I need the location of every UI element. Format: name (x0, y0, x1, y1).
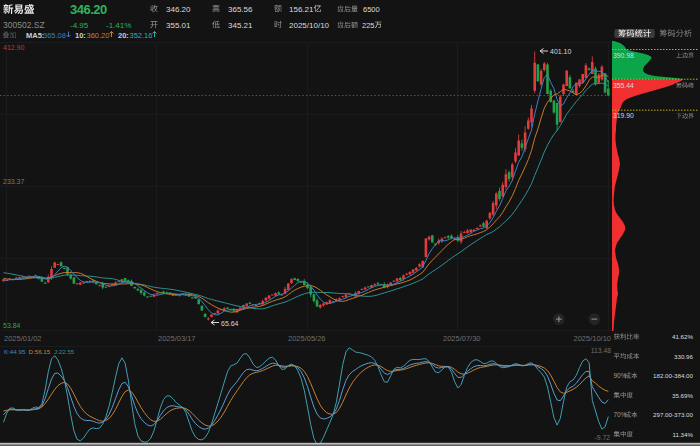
svg-text:2025/05/26: 2025/05/26 (288, 334, 326, 343)
svg-text:53.84: 53.84 (3, 322, 21, 329)
svg-text:233.37: 233.37 (3, 178, 25, 185)
svg-text:2025/03/17: 2025/03/17 (158, 334, 196, 343)
svg-text:35.69%: 35.69% (672, 392, 693, 399)
svg-text:365.08: 365.08 (43, 31, 66, 40)
svg-text:412.90: 412.90 (3, 44, 25, 51)
svg-text:319.90: 319.90 (613, 112, 634, 119)
svg-text:390.98: 390.98 (613, 52, 634, 59)
svg-text:90%: 90% (614, 372, 627, 379)
svg-text:360.20: 360.20 (87, 31, 110, 40)
svg-text:D:56.15: D:56.15 (29, 348, 51, 355)
svg-text:297.00-373.00: 297.00-373.00 (653, 411, 693, 418)
svg-text:330.96: 330.96 (674, 353, 693, 360)
svg-text:70%: 70% (614, 411, 627, 418)
svg-text:346.20: 346.20 (166, 5, 191, 14)
svg-text:2025/10/10: 2025/10/10 (289, 21, 330, 30)
svg-text:2025/01/02: 2025/01/02 (4, 334, 42, 343)
svg-text:300502.SZ: 300502.SZ (3, 20, 45, 30)
svg-text:6500: 6500 (363, 5, 380, 14)
svg-text:401.10: 401.10 (550, 48, 572, 55)
svg-text:J:22.55: J:22.55 (54, 348, 75, 355)
svg-text:113.48: 113.48 (591, 347, 612, 354)
svg-text:346.20: 346.20 (70, 2, 107, 17)
svg-text:365.56: 365.56 (228, 5, 253, 14)
svg-text:-4.95: -4.95 (70, 21, 89, 30)
svg-text:MA5:: MA5: (26, 31, 44, 40)
svg-text:10:: 10: (75, 31, 86, 40)
svg-text:352.16: 352.16 (130, 31, 153, 40)
svg-text:K:44.95: K:44.95 (4, 348, 26, 355)
svg-text:182.00-384.00: 182.00-384.00 (653, 372, 693, 379)
svg-text:65.64: 65.64 (221, 320, 239, 327)
svg-text:-9.72: -9.72 (595, 434, 611, 441)
svg-text:355.01: 355.01 (166, 21, 191, 30)
svg-text:41.62%: 41.62% (672, 333, 693, 340)
svg-text:11.34%: 11.34% (672, 431, 693, 438)
svg-text:2025/10/10: 2025/10/10 (574, 334, 612, 343)
svg-text:345.21: 345.21 (228, 21, 253, 30)
svg-text:355.44: 355.44 (613, 82, 634, 89)
svg-text:2025/07/30: 2025/07/30 (443, 334, 481, 343)
svg-text:-1.41%: -1.41% (106, 21, 131, 30)
svg-text:20:: 20: (118, 31, 129, 40)
svg-text:225: 225 (362, 21, 375, 30)
svg-text:156.21: 156.21 (289, 5, 314, 14)
